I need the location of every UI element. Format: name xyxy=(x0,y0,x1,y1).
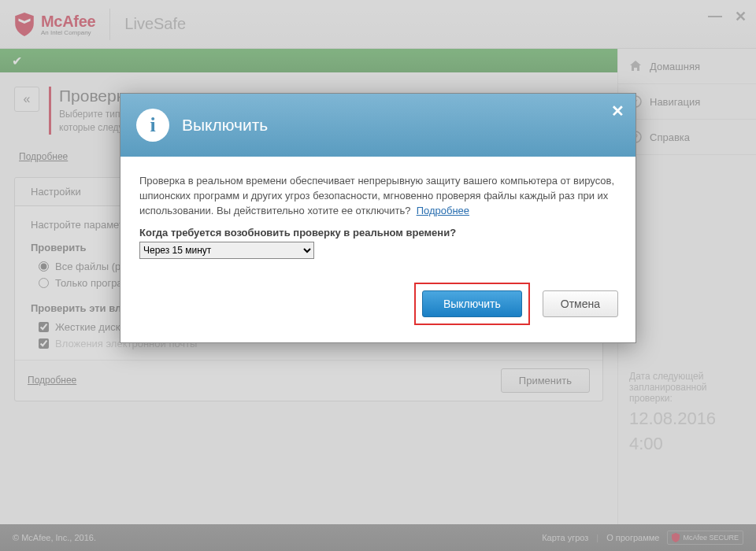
close-icon: ✕ xyxy=(611,102,624,120)
dialog-question: Когда требуется возобновить проверку в р… xyxy=(139,227,617,239)
resume-time-select[interactable]: Через 15 минут xyxy=(139,242,314,259)
info-icon: i xyxy=(136,109,169,142)
dialog-title: Выключить xyxy=(182,116,268,135)
dialog-close-button[interactable]: ✕ xyxy=(611,102,624,120)
dialog-header: i Выключить ✕ xyxy=(120,94,636,157)
confirm-disable-button[interactable]: Выключить xyxy=(422,290,522,317)
cancel-button[interactable]: Отмена xyxy=(543,290,618,317)
dialog-more-link[interactable]: Подробнее xyxy=(417,205,469,216)
dialog-body-text: Проверка в реальном времени обеспечивает… xyxy=(139,174,617,219)
dialog-body-span: Проверка в реальном времени обеспечивает… xyxy=(139,175,614,216)
confirm-highlight: Выключить xyxy=(414,283,530,325)
confirm-dialog: i Выключить ✕ Проверка в реальном времен… xyxy=(120,93,636,343)
